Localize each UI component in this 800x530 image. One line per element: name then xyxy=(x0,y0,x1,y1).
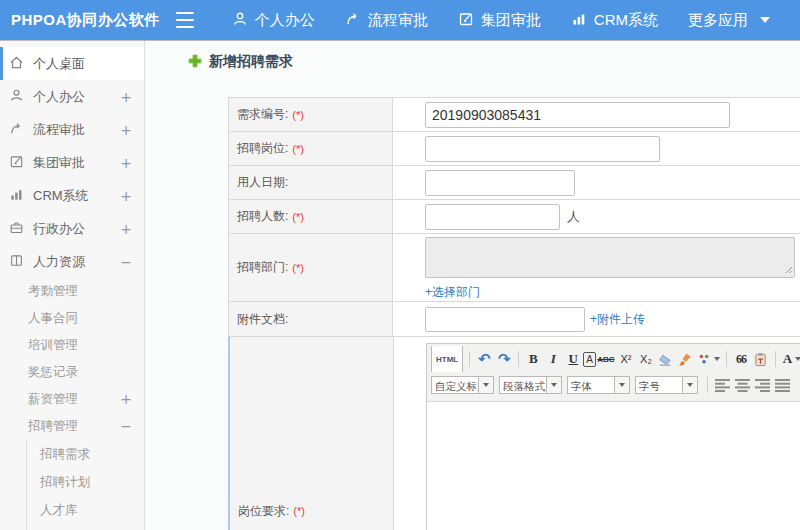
sidebar-item-personal-office[interactable]: 个人办公 + xyxy=(0,80,144,113)
align-left-button[interactable] xyxy=(712,375,732,395)
expand-plus-icon[interactable]: + xyxy=(120,89,132,105)
rich-text-editor: HTML ↶ ↷ B I U A ABC X² X₂ xyxy=(426,343,800,530)
sidebar-subitem-hr-contract[interactable]: 人事合同 xyxy=(0,305,144,332)
resize-handle-icon[interactable] xyxy=(785,263,793,277)
top-navigation: 个人办公 流程审批 集团审批 CRM系统 更多应用 xyxy=(232,11,800,30)
bar-chart-icon xyxy=(571,11,594,30)
caret-down-icon xyxy=(795,357,800,361)
bar-chart-icon xyxy=(9,187,33,205)
sidebar-item-group-approval[interactable]: 集团审批 + xyxy=(0,146,144,179)
flow-arrow-icon xyxy=(345,11,368,30)
attachment-input[interactable] xyxy=(425,307,585,332)
paragraph-format-dropdown[interactable]: 段落格式 xyxy=(499,376,562,394)
editor-toolbar: HTML ↶ ↷ B I U A ABC X² X₂ xyxy=(427,344,800,402)
sidebar-subitem-recruit-plan[interactable]: 招聘计划 xyxy=(27,468,144,496)
sidebar-subitem-talent-pool[interactable]: 人才库 xyxy=(27,496,144,524)
field-label: 需求编号: xyxy=(237,106,288,123)
hire-date-input[interactable] xyxy=(425,170,575,196)
custom-title-dropdown[interactable]: 自定义标题 xyxy=(431,376,494,394)
field-label: 招聘岗位: xyxy=(237,140,288,157)
align-center-button[interactable] xyxy=(732,375,752,395)
editor-content-area[interactable] xyxy=(427,402,800,530)
sidebar-item-workflow-approval[interactable]: 流程审批 + xyxy=(0,113,144,146)
field-label: 附件文档: xyxy=(237,311,288,328)
briefcase-icon xyxy=(9,220,33,238)
required-marker: (*) xyxy=(292,143,304,155)
format-brush-button[interactable] xyxy=(676,349,696,369)
font-color-button[interactable]: A xyxy=(780,349,800,369)
book-icon xyxy=(9,253,33,271)
blockquote-button[interactable]: 66 xyxy=(731,349,751,369)
sidebar-item-human-resources[interactable]: 人力资源 − xyxy=(0,245,144,278)
collapse-minus-icon[interactable]: − xyxy=(120,254,132,270)
expand-plus-icon[interactable]: + xyxy=(120,155,132,171)
strikethrough-button[interactable]: ABC xyxy=(596,349,616,369)
required-marker: (*) xyxy=(292,211,304,223)
caret-down-icon xyxy=(714,357,720,361)
redo-button[interactable]: ↷ xyxy=(494,349,514,369)
flow-arrow-icon xyxy=(9,121,33,139)
nav-personal-office[interactable]: 个人办公 xyxy=(232,11,315,30)
sidebar-subitem-training[interactable]: 培训管理 xyxy=(0,332,144,359)
sidebar: 个人桌面 个人办公 + 流程审批 + 集团审批 + CRM系统 + 行政办公 +… xyxy=(0,41,145,530)
hr-submenu: 考勤管理 人事合同 培训管理 奖惩记录 薪资管理+ 招聘管理− 招聘需求 招聘计… xyxy=(0,278,144,530)
form-row-headcount: 招聘人数:(*) 人 xyxy=(229,200,800,234)
html-source-button[interactable]: HTML xyxy=(431,346,463,372)
nav-more-apps[interactable]: 更多应用 xyxy=(688,11,770,30)
subscript-button[interactable]: X₂ xyxy=(636,349,656,369)
demand-number-input[interactable] xyxy=(425,102,730,128)
eraser-button[interactable] xyxy=(656,349,676,369)
recruitment-submenu: 招聘需求 招聘计划 人才库 xyxy=(26,440,144,530)
sidebar-item-crm-system[interactable]: CRM系统 + xyxy=(0,179,144,212)
sidebar-subitem-salary[interactable]: 薪资管理+ xyxy=(0,386,144,413)
plus-green-icon xyxy=(188,54,209,71)
menu-toggle-icon[interactable] xyxy=(176,12,194,28)
sidebar-subitem-recruit-demand[interactable]: 招聘需求 xyxy=(27,440,144,468)
field-label: 招聘部门: xyxy=(237,259,288,276)
sidebar-subitem-recruitment[interactable]: 招聘管理− xyxy=(0,413,144,440)
font-style-button[interactable]: A xyxy=(583,352,596,367)
page-title: 新增招聘需求 xyxy=(188,53,293,71)
caret-down-icon xyxy=(479,376,494,394)
bold-button[interactable]: B xyxy=(523,349,543,369)
nav-crm-system[interactable]: CRM系统 xyxy=(571,11,658,30)
form-row-attachment: 附件文档: +附件上传 xyxy=(229,302,800,337)
sidebar-subitem-attendance[interactable]: 考勤管理 xyxy=(0,278,144,305)
department-textarea[interactable] xyxy=(425,237,795,278)
collapse-minus-icon[interactable]: − xyxy=(120,413,132,440)
paste-button[interactable] xyxy=(751,349,771,369)
italic-button[interactable]: I xyxy=(543,349,563,369)
undo-button[interactable]: ↶ xyxy=(474,349,494,369)
edit-square-icon xyxy=(9,154,33,172)
topbar: PHPOA协同办公软件 个人办公 流程审批 集团审批 CRM系统 更多应用 xyxy=(0,0,800,41)
headcount-input[interactable] xyxy=(425,204,560,230)
align-justify-button[interactable] xyxy=(772,375,792,395)
required-marker: (*) xyxy=(293,505,305,517)
field-label: 用人日期: xyxy=(237,174,288,191)
recruitment-demand-form: 需求编号:(*) 招聘岗位:(*) 用人日期: 招聘人数:(*) 人 招聘部门:… xyxy=(228,97,800,530)
sidebar-item-personal-desktop[interactable]: 个人桌面 xyxy=(0,47,144,80)
headcount-unit: 人 xyxy=(567,208,580,226)
field-label: 岗位要求: xyxy=(238,503,289,520)
expand-plus-icon[interactable]: + xyxy=(120,188,132,204)
align-right-button[interactable] xyxy=(752,375,772,395)
font-family-dropdown[interactable]: 字体 xyxy=(567,376,630,394)
font-size-dropdown[interactable]: 字号 xyxy=(635,376,698,394)
select-department-link[interactable]: +选择部门 xyxy=(425,284,480,301)
sidebar-subitem-rewards[interactable]: 奖惩记录 xyxy=(0,359,144,386)
color-palette-button[interactable] xyxy=(696,349,722,369)
form-row-department: 招聘部门:(*) +选择部门 xyxy=(229,234,800,302)
superscript-button[interactable]: X² xyxy=(616,349,636,369)
required-marker: (*) xyxy=(292,109,304,121)
home-icon xyxy=(9,55,33,73)
expand-plus-icon[interactable]: + xyxy=(120,122,132,138)
underline-button[interactable]: U xyxy=(563,349,583,369)
sidebar-item-admin-office[interactable]: 行政办公 + xyxy=(0,212,144,245)
expand-plus-icon[interactable]: + xyxy=(120,221,132,237)
expand-plus-icon[interactable]: + xyxy=(120,386,132,413)
caret-down-icon xyxy=(760,17,770,23)
nav-group-approval[interactable]: 集团审批 xyxy=(458,11,541,30)
nav-workflow-approval[interactable]: 流程审批 xyxy=(345,11,428,30)
position-input[interactable] xyxy=(425,136,660,162)
attachment-upload-link[interactable]: +附件上传 xyxy=(590,311,645,328)
